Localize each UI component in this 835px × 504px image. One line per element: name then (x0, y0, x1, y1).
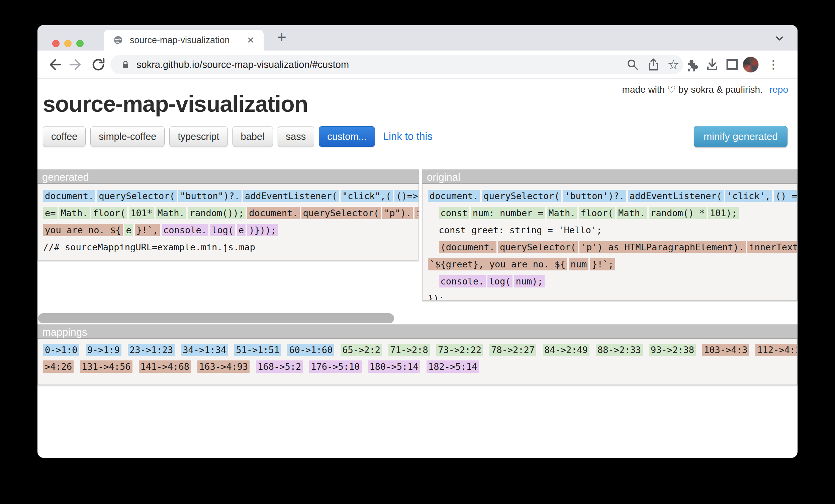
code-token: "button")?. (178, 190, 242, 202)
code-token: 'p') as HTMLParagraphElement). (579, 241, 746, 253)
code-token: num: number = (471, 207, 545, 219)
code-token: }!`; (590, 258, 615, 270)
search-icon[interactable] (626, 58, 639, 72)
share-icon[interactable] (646, 58, 660, 72)
code-token: random()); (188, 207, 246, 219)
example-button-typescript[interactable]: typescript (169, 126, 227, 147)
browser-window: source-map-visualization ✕ + sokra.githu… (38, 25, 797, 458)
mapping-chip[interactable]: 78->2:27 (489, 344, 536, 356)
mapping-chip[interactable]: 180->5:14 (368, 360, 420, 373)
code-token: )})); (247, 224, 278, 236)
code-token: console. (162, 224, 208, 236)
mapping-chip[interactable]: 73->2:22 (436, 344, 483, 356)
code-token: random() * (649, 207, 707, 219)
back-icon[interactable] (46, 57, 62, 73)
example-button-babel[interactable]: babel (232, 126, 273, 147)
example-button-custom[interactable]: custom... (319, 126, 375, 147)
tab-close-icon[interactable]: ✕ (245, 35, 256, 46)
code-token: num (569, 258, 588, 270)
mapping-chip[interactable]: 103->4:3 (702, 344, 749, 356)
mapping-chip[interactable]: 0->1:0 (43, 344, 79, 356)
url-text[interactable]: sokra.github.io/source-map-visualization… (137, 55, 349, 74)
mappings-list: 0->1:09->1:923->1:2334->1:3451->1:5160->… (38, 339, 797, 385)
code-token (428, 241, 439, 253)
code-token: const greet: string = 'Hello'; (428, 224, 602, 236)
code-token: ()=>{ (394, 190, 419, 202)
code-line: const greet: string = 'Hello'; (428, 223, 792, 240)
code-token: document. (43, 190, 95, 202)
extensions-puzzle-icon[interactable] (684, 57, 699, 72)
mapping-chip[interactable]: 9->1:9 (86, 344, 122, 356)
reload-icon[interactable] (90, 57, 106, 73)
mapping-chip[interactable]: 176->5:10 (309, 360, 361, 373)
example-button-coffee[interactable]: coffee (43, 126, 86, 147)
mapping-chip[interactable]: 23->1:23 (128, 344, 175, 356)
mapping-chip[interactable]: 93->2:38 (649, 344, 696, 356)
mapping-chip[interactable]: 65->2:2 (341, 344, 382, 356)
minimize-window-button[interactable] (64, 40, 72, 47)
repo-link[interactable]: repo (770, 84, 788, 95)
mapping-row: >4:26131->4:56141->4:68163->4:93168->5:2… (43, 360, 792, 377)
mapping-chip[interactable]: >4:26 (43, 360, 74, 373)
code-token: document. (247, 207, 300, 219)
code-line: }); (428, 291, 792, 301)
code-token: () => { (774, 190, 797, 202)
code-token: e= (43, 207, 58, 219)
forward-icon[interactable] (68, 57, 84, 73)
mapping-chip[interactable]: 131->4:56 (80, 360, 132, 373)
code-line: document.querySelector("button")?.addEve… (43, 189, 413, 206)
code-token: }!`, (135, 224, 160, 236)
code-token: Math. (156, 207, 186, 219)
code-token: e (237, 224, 246, 236)
code-token: addEventListener( (628, 190, 724, 202)
new-tab-button[interactable]: + (272, 28, 291, 47)
code-token: Math. (59, 207, 90, 219)
example-button-simple-coffee[interactable]: simple-coffee (90, 126, 165, 147)
link-to-this[interactable]: Link to this (383, 130, 432, 143)
code-token: Math. (616, 207, 647, 219)
tab-title: source-map-visualization (130, 30, 230, 51)
minify-generated-button[interactable]: minify generated (694, 126, 788, 147)
browser-tab[interactable]: source-map-visualization ✕ (104, 30, 264, 51)
code-token: num); (514, 275, 545, 287)
generated-panel: generated document.querySelector("button… (38, 169, 419, 260)
mapping-row: 0->1:09->1:923->1:2334->1:3451->1:5160->… (43, 343, 792, 360)
zoom-window-button[interactable] (76, 40, 84, 47)
code-token: (document. (439, 241, 497, 253)
lock-icon[interactable] (120, 59, 131, 70)
close-window-button[interactable] (52, 40, 60, 47)
download-icon[interactable] (705, 57, 719, 72)
bookmark-star-icon[interactable]: ☆ (666, 58, 680, 72)
browser-menu-icon[interactable]: ⋮ (767, 57, 780, 72)
code-token: querySelector( (498, 241, 578, 253)
mapping-chip[interactable]: 60->1:60 (287, 344, 334, 356)
code-token (428, 275, 439, 287)
generated-code: document.querySelector("button")?.addEve… (38, 184, 419, 260)
chevron-down-icon[interactable] (773, 32, 786, 45)
mapping-chip[interactable]: 163->4:93 (197, 360, 249, 373)
mapping-chip[interactable]: 34->1:34 (181, 344, 228, 356)
code-line: document.querySelector('button')?.addEve… (428, 189, 792, 206)
mapping-chip[interactable]: 112->4:12 (755, 344, 797, 356)
mapping-chip[interactable]: 141->4:68 (139, 360, 191, 373)
mapping-chip[interactable]: 51->1:51 (234, 344, 281, 356)
original-panel-header: original (422, 169, 797, 184)
horizontal-scrollbar-thumb[interactable] (38, 313, 394, 323)
code-line: `${greet}, you are no. ${num}!`; (428, 257, 792, 274)
code-token: const (439, 207, 469, 219)
code-token: querySelector( (301, 207, 381, 219)
desktop: { "browser": { "tab_title": "source-map-… (0, 0, 835, 504)
address-bar[interactable]: sokra.github.io/source-map-visualization… (110, 55, 683, 74)
mapping-chip[interactable]: 88->2:33 (596, 344, 643, 356)
profile-avatar[interactable] (743, 57, 759, 73)
mapping-chip[interactable]: 71->2:8 (388, 344, 430, 356)
side-panel-icon[interactable] (725, 57, 740, 72)
code-token: log( (210, 224, 235, 236)
mapping-chip[interactable]: 84->2:49 (543, 344, 589, 356)
mapping-chip[interactable]: 168->5:2 (256, 360, 303, 373)
code-token: console. (439, 275, 486, 287)
mapping-chip[interactable]: 182->5:14 (427, 360, 479, 373)
code-token: 101* (129, 207, 154, 219)
code-token: innerText= (414, 207, 419, 219)
example-button-sass[interactable]: sass (278, 126, 314, 147)
